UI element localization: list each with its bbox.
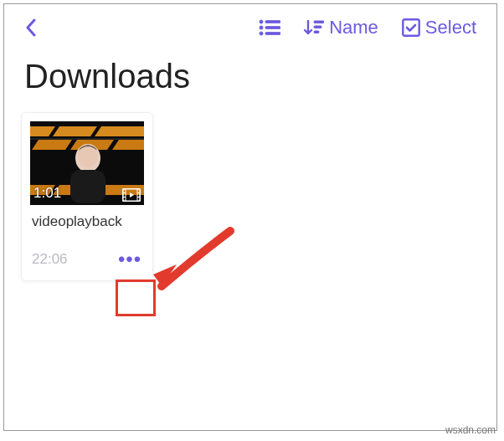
chevron-left-icon: [25, 18, 37, 37]
view-list-button[interactable]: [252, 16, 287, 39]
svg-point-4: [260, 32, 263, 35]
checkbox-icon: [402, 18, 420, 37]
svg-rect-25: [123, 189, 126, 201]
svg-rect-26: [137, 189, 140, 201]
svg-rect-3: [265, 27, 280, 29]
svg-point-0: [260, 20, 263, 23]
svg-rect-5: [265, 33, 280, 35]
sort-label: Name: [329, 17, 378, 38]
svg-point-2: [260, 26, 263, 29]
video-badge-icon: [122, 188, 141, 202]
svg-rect-14: [30, 138, 144, 140]
svg-marker-13: [95, 126, 144, 136]
select-label: Select: [425, 17, 476, 38]
more-options-button[interactable]: •••: [114, 245, 146, 274]
file-card[interactable]: 1:01: [21, 112, 153, 281]
svg-marker-15: [32, 140, 72, 150]
file-name: videoplayback: [22, 205, 152, 242]
sort-icon: [304, 18, 324, 37]
back-button[interactable]: [18, 14, 44, 41]
list-icon: [259, 19, 280, 36]
svg-rect-7: [314, 26, 321, 28]
watermark: wsxdn.com: [445, 424, 496, 436]
more-horizontal-icon: •••: [118, 248, 141, 271]
file-grid: 1:01: [4, 112, 496, 281]
page-title: Downloads: [4, 51, 496, 112]
svg-rect-1: [265, 21, 280, 23]
svg-rect-22: [70, 170, 105, 203]
svg-rect-9: [403, 19, 419, 35]
video-duration: 1:01: [33, 185, 61, 202]
video-thumbnail: 1:01: [30, 121, 144, 205]
select-button[interactable]: Select: [395, 13, 483, 42]
svg-rect-8: [314, 31, 319, 33]
svg-rect-6: [314, 21, 324, 23]
app-header: Name Select: [4, 4, 496, 51]
file-timestamp: 22:06: [32, 251, 68, 268]
svg-marker-12: [53, 126, 97, 136]
sort-button[interactable]: Name: [297, 13, 385, 42]
